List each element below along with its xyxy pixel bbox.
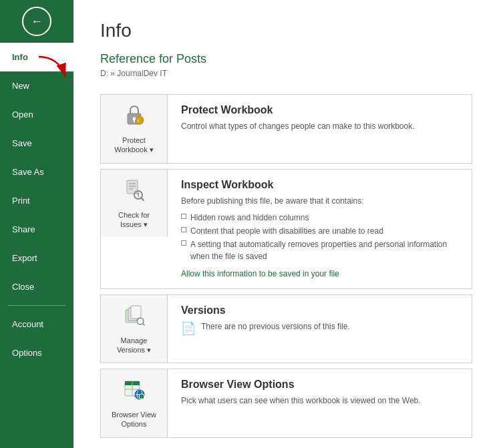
browser-view-desc: Pick what users can see when this workbo… <box>181 395 458 407</box>
lock-icon: ! <box>122 103 146 132</box>
sidebar-item-close[interactable]: Close <box>0 272 73 301</box>
svg-text:!: ! <box>137 118 139 124</box>
bullet-2: Content that people with disabilities ar… <box>181 224 458 238</box>
browser-view-title: Browser View Options <box>181 379 458 391</box>
browser-view-card: ↓ Browser View Options Browser View Opti… <box>100 369 472 438</box>
workbook-name: Reference for Posts <box>100 52 472 66</box>
svg-text:↓: ↓ <box>140 395 142 399</box>
versions-card: Manage Versions ▾ Versions 📄 There are n… <box>100 294 472 364</box>
bullet-square-icon <box>181 214 186 219</box>
workbook-path: D: » JournalDev IT <box>100 69 472 78</box>
sidebar: ← Info New Open Save Save As Print Share… <box>0 0 73 448</box>
back-button[interactable]: ← <box>22 7 51 36</box>
sidebar-divider <box>8 305 65 306</box>
browser-view-content: Browser View Options Pick what users can… <box>168 369 472 420</box>
browser-view-icon: ↓ <box>122 377 146 406</box>
sidebar-item-account[interactable]: Account <box>0 310 73 339</box>
protect-workbook-title: Protect Workbook <box>181 104 458 116</box>
sidebar-item-save[interactable]: Save <box>0 129 73 158</box>
svg-line-11 <box>141 198 144 200</box>
bullet-1: Hidden rows and hidden columns <box>181 211 458 224</box>
check-issues-label: Check for Issues ▾ <box>118 210 150 230</box>
sidebar-item-info[interactable]: Info <box>0 43 73 71</box>
main-content: Info Reference for Posts D: » JournalDev… <box>73 0 499 448</box>
bullet-square-icon <box>181 227 186 232</box>
check-issues-button[interactable]: Check for Issues ▾ <box>101 170 168 238</box>
bullet-3: A setting that automatically removes pro… <box>181 238 458 263</box>
protect-workbook-card: ! Protect Workbook ▾ Protect Workbook Co… <box>100 94 472 164</box>
allow-info-link[interactable]: Allow this information to be saved in yo… <box>181 269 339 278</box>
browser-view-button[interactable]: ↓ Browser View Options <box>101 369 168 437</box>
inspect-workbook-title: Inspect Workbook <box>181 179 458 191</box>
sidebar-item-save-as[interactable]: Save As <box>0 158 73 186</box>
manage-versions-button[interactable]: Manage Versions ▾ <box>101 295 168 363</box>
sidebar-item-export[interactable]: Export <box>0 244 73 272</box>
protect-workbook-content: Protect Workbook Control what types of c… <box>168 95 472 146</box>
versions-content: Versions 📄 There are no previous version… <box>168 295 472 346</box>
versions-no-prev-icon: 📄 <box>181 321 196 336</box>
browser-view-label: Browser View Options <box>112 410 156 429</box>
inspect-workbook-card: Check for Issues ▾ Inspect Workbook Befo… <box>100 169 472 289</box>
sidebar-item-share[interactable]: Share <box>0 215 73 244</box>
svg-line-18 <box>142 323 144 325</box>
sidebar-item-new[interactable]: New <box>0 71 73 100</box>
sidebar-item-options[interactable]: Options <box>0 339 73 367</box>
protect-workbook-desc: Control what types of changes people can… <box>181 120 458 132</box>
svg-point-12 <box>137 192 139 194</box>
svg-rect-3 <box>134 120 135 122</box>
bullet-square-icon <box>181 240 186 246</box>
versions-title: Versions <box>181 304 458 316</box>
inspect-workbook-pre-desc: Before publishing this file, be aware th… <box>181 195 458 207</box>
manage-versions-label: Manage Versions ▾ <box>117 336 151 355</box>
protect-workbook-button[interactable]: ! Protect Workbook ▾ <box>101 95 168 163</box>
versions-icon <box>122 303 146 332</box>
protect-workbook-label: Protect Workbook ▾ <box>114 136 153 155</box>
inspect-bullets: Hidden rows and hidden columns Content t… <box>181 211 458 263</box>
sidebar-item-open[interactable]: Open <box>0 100 73 129</box>
versions-desc: There are no previous versions of this f… <box>201 320 350 332</box>
inspect-icon <box>122 178 146 206</box>
page-title: Info <box>100 20 472 41</box>
svg-rect-16 <box>131 306 141 318</box>
sidebar-item-print[interactable]: Print <box>0 186 73 215</box>
inspect-workbook-content: Inspect Workbook Before publishing this … <box>168 170 472 288</box>
